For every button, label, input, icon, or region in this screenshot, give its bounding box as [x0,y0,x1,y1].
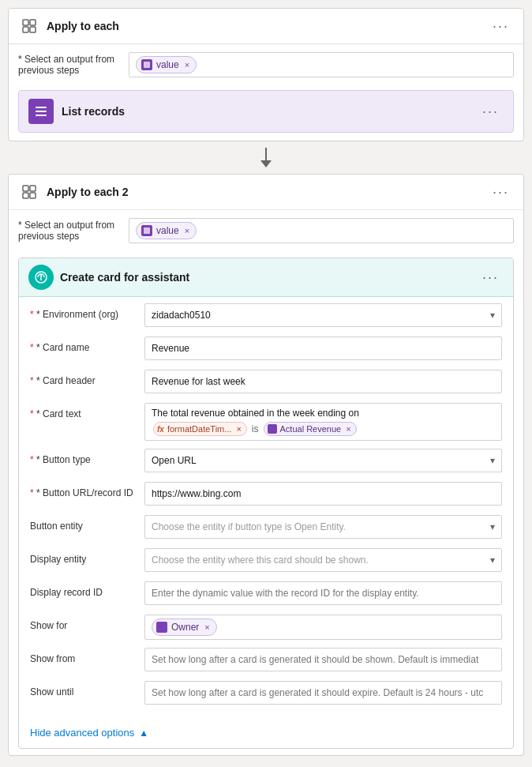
outer-apply-each-dots[interactable]: ··· [488,17,514,36]
svg-rect-8 [23,186,28,191]
card-text-field[interactable]: The total revenue obtained in the week e… [144,403,502,441]
button-type-chevron: ▾ [490,455,495,466]
svg-rect-7 [36,115,47,116]
apply-each-2-title: Apply to each 2 [47,186,128,198]
format-token-remove[interactable]: × [236,424,241,434]
display-record-input[interactable] [144,581,502,605]
token-icon-2 [141,225,152,236]
apply-each-2-icon [18,181,40,203]
svg-rect-2 [23,27,28,32]
card-header-label: * * Card header [30,370,144,386]
fx-label: fx [157,425,164,434]
card-text-label: * * Card text [30,403,144,419]
card-header-input[interactable] [144,370,502,393]
button-url-input[interactable] [144,482,502,506]
card-name-label: * * Card name [30,337,144,353]
svg-rect-0 [23,20,28,25]
actual-revenue-remove[interactable]: × [346,424,350,434]
token-remove-outer[interactable]: × [185,60,189,70]
show-until-label: Show until [30,681,144,697]
svg-rect-11 [30,193,36,198]
list-records-icon [28,99,54,124]
environment-label: * * Environment (org) [30,303,144,320]
select-output-label: * Select an output from previous steps [18,54,121,76]
svg-rect-3 [30,27,36,32]
svg-rect-12 [144,227,150,234]
create-card-icon [28,265,54,290]
hide-advanced-options[interactable]: Hide advanced options ▲ [19,720,513,748]
svg-rect-9 [30,186,36,191]
display-entity-select[interactable]: Choose the entity where this card should… [144,548,502,572]
display-record-label: Display record ID [30,581,144,598]
value-token-outer: value × [136,56,197,73]
owner-token-remove[interactable]: × [204,622,209,632]
actual-revenue-token: Actual Revenue × [264,422,357,436]
chevron-up-icon: ▲ [139,728,148,739]
button-entity-label: Button entity [30,515,144,532]
display-entity-chevron: ▾ [490,555,495,566]
create-card-title: Create card for assistant [60,271,189,284]
outer-apply-each-title: Apply to each [47,20,119,32]
owner-icon [156,622,167,633]
arrow-connector [8,141,524,174]
format-datetime-token: fx formatDateTim... × [153,422,247,436]
display-entity-label: Display entity [30,548,144,565]
select-output-label-2: * Select an output from previous steps [18,220,121,242]
is-label: is [252,423,259,434]
owner-token: Owner × [152,618,217,636]
environment-chevron: ▾ [490,310,495,321]
show-from-label: Show from [30,648,144,664]
token-remove-2[interactable]: × [185,226,189,235]
card-name-input[interactable] [144,337,502,360]
hide-advanced-label: Hide advanced options [30,727,134,739]
show-for-label: Show for [30,615,144,631]
svg-rect-4 [144,62,150,68]
button-entity-select[interactable]: Choose the entity if button type is Open… [144,515,502,539]
show-from-input[interactable] [144,648,502,671]
apply-each-2-dots[interactable]: ··· [488,182,514,202]
list-records-dots[interactable]: ··· [478,102,504,122]
token-icon [141,59,152,70]
svg-rect-1 [30,20,36,25]
button-url-label: * * Button URL/record ID [30,482,144,498]
svg-rect-5 [36,107,47,108]
list-records-title: List records [62,105,125,118]
button-type-select[interactable]: Open URL ▾ [144,449,502,472]
environment-select[interactable]: zidadach0510 ▾ [144,303,502,327]
svg-rect-10 [23,193,28,198]
actual-revenue-icon [268,424,277,434]
value-token-2: value × [136,222,197,239]
button-type-label: * * Button type [30,449,144,465]
create-card-dots[interactable]: ··· [478,268,504,288]
button-entity-chevron: ▾ [490,521,495,532]
apply-each-icon [18,15,40,37]
show-until-input[interactable] [144,681,502,705]
svg-rect-6 [36,111,47,112]
card-text-line1: The total revenue obtained in the week e… [152,408,495,419]
